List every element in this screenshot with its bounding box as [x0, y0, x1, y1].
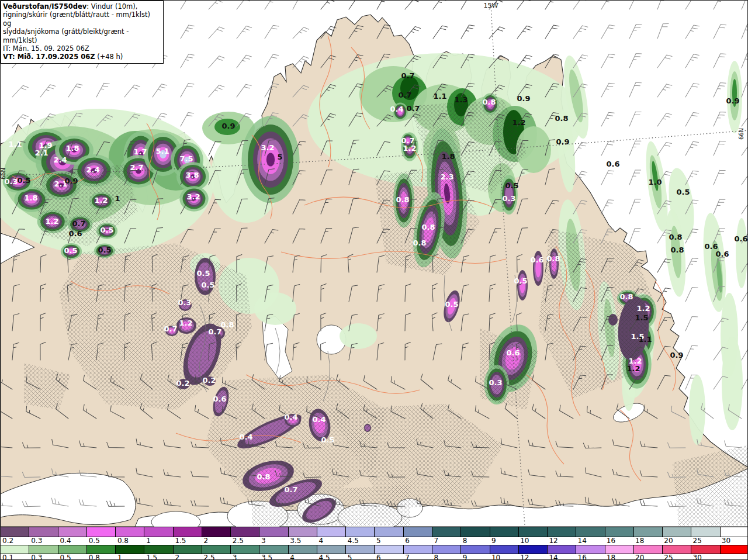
- colorbar-segment: [663, 545, 691, 554]
- colorbar-tick-label: 4.5: [348, 537, 359, 545]
- colorbar-segment: [548, 545, 576, 554]
- precip-max-label: 0.6: [506, 348, 520, 357]
- precip-max-label: 5.1: [155, 147, 169, 155]
- colorbar-segment: [317, 527, 346, 537]
- colorbar-tick-label: 14: [549, 554, 557, 560]
- colorbar-tick-label: 25: [693, 537, 702, 545]
- colorbar-segment: [519, 545, 548, 554]
- precip-max-label: 0.5: [100, 226, 113, 234]
- colorbar-segment: [721, 545, 748, 554]
- colorbar-tick-label: 14: [578, 537, 587, 545]
- precip-max-label: 0.6: [213, 395, 226, 403]
- precip-max-label: 1.8: [65, 144, 79, 153]
- precip-max-label: 0.5: [514, 276, 527, 285]
- colorbar-tick-label: 18: [635, 537, 644, 545]
- rain-colorbar-labels: 0.10.30.50.811.522.533.544.5567891012141…: [1, 554, 748, 560]
- precip-max-label: 7.5: [179, 154, 193, 163]
- precip-max-label: 0.5: [445, 300, 458, 309]
- colorbar-segment: [605, 527, 634, 537]
- colorbar-segment: [231, 527, 259, 537]
- precip-max-label: 0.7: [401, 136, 414, 145]
- colorbar-segment: [519, 527, 548, 537]
- precip-max-label: 0.4: [284, 413, 297, 421]
- colorbar-tick-label: 12: [549, 537, 557, 545]
- colorbar-segment: [375, 545, 403, 554]
- precip-max-label: 0.8: [555, 114, 568, 123]
- colorbar-tick-label: 2: [204, 537, 209, 545]
- colorbar-tick-label: 6: [376, 554, 381, 560]
- parallel-label-right: 66N: [738, 128, 744, 140]
- precip-max-label: 0.9: [517, 94, 530, 103]
- colorbar-tick-label: 10: [491, 554, 500, 560]
- colorbar-segment: [605, 545, 634, 554]
- colorbar-tick-label: 16: [578, 554, 587, 560]
- precip-max-label: 0.4: [239, 433, 252, 441]
- precip-max-label: 1.1: [638, 335, 652, 344]
- precip-max-label: 1.2: [512, 118, 525, 127]
- precip-max-label: 1.8: [24, 193, 37, 202]
- colorbar-segment: [490, 545, 519, 554]
- colorbar-segment: [576, 545, 605, 554]
- precip-max-label: 2.3: [440, 172, 453, 181]
- colorbar-segment: [1, 527, 29, 537]
- precip-max-label: 1.8: [441, 152, 455, 161]
- colorbar-segment: [461, 545, 490, 554]
- forecast-title-box: Veðurstofan/IS750dev: Vindur (10m), rign…: [1, 1, 164, 64]
- precip-max-label: 1.1: [433, 92, 446, 101]
- colorbar-segment: [116, 545, 144, 554]
- precip-max-label: 1.7: [133, 147, 147, 156]
- precip-max-label: 0.6: [715, 250, 729, 258]
- colorbar-segment: [202, 527, 231, 537]
- precip-max-label: 1.2: [626, 364, 640, 373]
- colorbar-segment: [58, 545, 87, 554]
- precip-max-label: 1.5: [635, 313, 648, 322]
- colorbar-tick-label: 4: [290, 554, 295, 560]
- colorbar-segment: [404, 545, 432, 554]
- colorbar-tick-label: 8: [434, 554, 438, 560]
- precip-max-label: 2.7: [130, 163, 143, 172]
- precip-max-label: 0.3: [489, 378, 502, 387]
- precip-max-label: 0.7: [398, 91, 411, 99]
- precip-max-label: 0.7: [208, 327, 221, 336]
- precip-max-label: 0.9: [556, 137, 569, 146]
- colorbar-tick-label: 1: [146, 537, 151, 545]
- colorbar-tick-label: 16: [607, 537, 615, 545]
- init-time: IT: Mán. 15. 09. 2025 06Z: [3, 44, 160, 53]
- title-line-3: slydda/snjókoma (grátt/bleikt/grænt - mm…: [3, 27, 160, 44]
- precip-max-label: 0.5: [505, 181, 518, 190]
- colorbar-tick-label: 20: [664, 537, 673, 545]
- colorbar-tick-label: 0.8: [117, 537, 129, 545]
- colorbar-tick-label: 25: [664, 554, 673, 560]
- precip-max-label: 0.8: [421, 223, 435, 231]
- precip-max-label: 0.3: [4, 177, 18, 186]
- colorbar-tick-label: 6: [405, 537, 410, 545]
- sleet-colorbar: [1, 527, 748, 537]
- colorbar-segment: [231, 545, 259, 554]
- precip-max-label: 0.9: [726, 96, 739, 105]
- precip-max-label: 0.2: [202, 376, 216, 385]
- weather-map: 15W66N66N1.11.91.82.42.42.12.10.91.80.30…: [1, 1, 748, 527]
- precip-max-label: 0.8: [670, 246, 684, 254]
- colorbar-tick-label: 3.5: [290, 537, 301, 545]
- precip-max-label: 0.6: [530, 255, 543, 264]
- colorbar-segment: [721, 527, 748, 537]
- precip-max-label: 2.4: [53, 155, 67, 164]
- colorbar-tick-label: 0.2: [2, 537, 13, 545]
- colorbar-tick-label: 18: [607, 554, 615, 560]
- colorbar-tick-label: 0.4: [60, 537, 71, 545]
- precip-max-label: 1.3: [454, 95, 468, 104]
- title-line-2: rigning/skúrir (grænt/blátt/rautt - mm/1…: [3, 11, 160, 27]
- colorbar-legends: 0.20.30.40.50.811.522.533.544.5567891012…: [1, 527, 748, 560]
- precip-max-label: 0.5: [64, 246, 77, 255]
- colorbar-segment: [87, 527, 116, 537]
- colorbar-segment: [404, 527, 432, 537]
- colorbar-tick-label: 30: [722, 537, 730, 545]
- precip-max-label: 0.4: [312, 415, 325, 424]
- colorbar-segment: [174, 527, 202, 537]
- precip-max-label: 1.1: [8, 140, 22, 148]
- colorbar-segment: [634, 527, 663, 537]
- precip-max-label: 0.6: [606, 160, 619, 168]
- colorbar-tick-label: 10: [520, 537, 529, 545]
- colorbar-segment: [144, 545, 173, 554]
- colorbar-tick-label: 0.5: [60, 554, 71, 560]
